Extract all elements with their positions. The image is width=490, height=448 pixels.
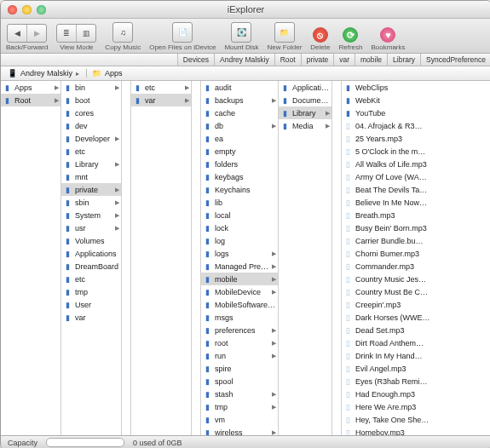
view-mode-buttons[interactable]: ≣ ▥ bbox=[56, 24, 96, 43]
refresh-button[interactable]: ⟳ bbox=[343, 27, 358, 43]
column-3b[interactable]: ▮audit▮backups▶▮cache▮db▶▮ea▮empty▮folde… bbox=[201, 81, 279, 435]
close-light[interactable] bbox=[8, 5, 17, 14]
folder-row[interactable]: ▮preferences▶ bbox=[201, 324, 278, 336]
folder-row[interactable]: ▮folders bbox=[201, 158, 278, 170]
folder-row[interactable]: ▮var bbox=[61, 311, 121, 324]
folder-row[interactable]: ▮Documents bbox=[279, 94, 331, 106]
file-row[interactable]: ▯Country Must Be C… bbox=[342, 285, 490, 298]
file-row[interactable]: ▯Had Enough.mp3 bbox=[342, 388, 490, 400]
folder-row[interactable]: ▮Volumes bbox=[61, 234, 121, 247]
folder-row[interactable]: ▮local bbox=[201, 209, 278, 221]
folder-row[interactable]: ▮MobileSoftwareUp… bbox=[201, 298, 278, 311]
breadcrumb-item[interactable]: SyncedPreference bbox=[420, 54, 490, 66]
folder-row[interactable]: ▮msgs bbox=[201, 311, 278, 324]
file-row[interactable]: ▯04. Afrojack & R3… bbox=[342, 119, 490, 132]
column-5[interactable]: ▮WebClips▮WebKit▮YouTube▯04. Afrojack & … bbox=[342, 81, 490, 435]
breadcrumb-item[interactable]: private bbox=[301, 54, 334, 66]
file-row[interactable]: ▯Breath.mp3 bbox=[342, 209, 490, 221]
folder-row[interactable]: ▮etc▶ bbox=[131, 81, 191, 94]
folder-row[interactable]: ▮private▶ bbox=[61, 183, 121, 196]
file-row[interactable]: ▯Dark Horses (WWE… bbox=[342, 311, 490, 324]
folder-row[interactable]: ▮boot bbox=[61, 94, 121, 106]
folder-row[interactable]: ▮audit bbox=[201, 81, 278, 94]
open-files-button[interactable]: 📄 bbox=[172, 22, 193, 43]
folder-row[interactable]: ▮DreamBoard bbox=[61, 260, 121, 273]
zoom-light[interactable] bbox=[37, 5, 46, 14]
new-folder-button[interactable]: 📁 bbox=[274, 22, 295, 43]
folder-row[interactable]: ▮log bbox=[201, 234, 278, 247]
minimize-light[interactable] bbox=[22, 5, 32, 14]
folder-row[interactable]: ▮cache bbox=[201, 106, 278, 119]
bookmarks-button[interactable]: ♥ bbox=[380, 27, 395, 43]
folder-row[interactable]: ▮tmp bbox=[61, 285, 121, 298]
folder-row[interactable]: ▮db▶ bbox=[201, 119, 278, 132]
folder-row[interactable]: ▮Root▶ bbox=[1, 94, 61, 106]
forward-button[interactable]: ▶ bbox=[27, 25, 46, 42]
folder-row[interactable]: ▮empty bbox=[201, 145, 278, 158]
column-view-button[interactable]: ▥ bbox=[77, 25, 95, 42]
file-row[interactable]: ▯Believe In Me Now… bbox=[342, 196, 490, 209]
file-row[interactable]: ▯Dirt Road Anthem… bbox=[342, 336, 490, 349]
file-row[interactable]: ▯Busy Bein' Born.mp3 bbox=[342, 221, 490, 234]
folder-row[interactable]: ▮Keychains bbox=[201, 183, 278, 196]
folder-row[interactable]: ▮logs▶ bbox=[201, 247, 278, 260]
file-row[interactable]: ▯25 Years.mp3 bbox=[342, 132, 490, 145]
delete-button[interactable]: ⦸ bbox=[313, 27, 328, 43]
folder-row[interactable]: ▮mobile▶ bbox=[201, 273, 278, 285]
file-row[interactable]: ▯Commander.mp3 bbox=[342, 260, 490, 273]
folder-row[interactable]: ▮usr▶ bbox=[61, 221, 121, 234]
folder-row[interactable]: ▮MobileDevice▶ bbox=[201, 285, 278, 298]
folder-row[interactable]: ▮YouTube bbox=[342, 106, 490, 119]
folder-row[interactable]: ▮wireless▶ bbox=[201, 426, 278, 435]
folder-row[interactable]: ▮lock bbox=[201, 221, 278, 234]
folder-row[interactable]: ▮etc bbox=[61, 145, 121, 158]
folder-row[interactable]: ▮lib bbox=[201, 196, 278, 209]
folder-row[interactable]: ▮stash▶ bbox=[201, 388, 278, 400]
folder-row[interactable]: ▮ea bbox=[201, 132, 278, 145]
folder-row[interactable]: ▮var▶ bbox=[131, 94, 191, 106]
breadcrumb-item[interactable]: Library bbox=[387, 54, 420, 66]
column-1[interactable]: ▮Apps▶▮Root▶ bbox=[1, 81, 61, 435]
breadcrumb-item[interactable]: Devices bbox=[177, 54, 214, 66]
device-sub-cell[interactable]: 📁 Apps bbox=[87, 69, 128, 78]
file-row[interactable]: ▯Dead Set.mp3 bbox=[342, 324, 490, 336]
folder-row[interactable]: ▮System▶ bbox=[61, 209, 121, 221]
device-name-cell[interactable]: 📱 Andrey Malskiy ▸ bbox=[1, 69, 87, 78]
folder-row[interactable]: ▮WebKit bbox=[342, 94, 490, 106]
column-3a[interactable]: ▮etc▶▮var▶ bbox=[131, 81, 192, 435]
folder-row[interactable]: ▮Library▶ bbox=[279, 106, 331, 119]
breadcrumb-item[interactable]: Andrey Malskiy bbox=[214, 54, 274, 66]
file-row[interactable]: ▯Homeboy.mp3 bbox=[342, 426, 490, 435]
folder-row[interactable]: ▮mnt bbox=[61, 170, 121, 183]
file-row[interactable]: ▯Creepin'.mp3 bbox=[342, 298, 490, 311]
back-forward-buttons[interactable]: ◀ ▶ bbox=[7, 24, 47, 43]
list-view-button[interactable]: ≣ bbox=[57, 25, 77, 42]
folder-row[interactable]: ▮Apps▶ bbox=[1, 81, 61, 94]
folder-row[interactable]: ▮vm bbox=[201, 413, 278, 426]
folder-row[interactable]: ▮spire bbox=[201, 362, 278, 375]
back-button[interactable]: ◀ bbox=[8, 25, 27, 42]
folder-row[interactable]: ▮tmp▶ bbox=[201, 400, 278, 413]
file-row[interactable]: ▯Chorni Bumer.mp3 bbox=[342, 247, 490, 260]
folder-row[interactable]: ▮backups▶ bbox=[201, 94, 278, 106]
folder-row[interactable]: ▮Applications bbox=[279, 81, 331, 94]
breadcrumb-item[interactable]: var bbox=[333, 54, 355, 66]
file-row[interactable]: ▯Beat The Devils Ta… bbox=[342, 183, 490, 196]
file-row[interactable]: ▯Eyes (R3hab Remi… bbox=[342, 375, 490, 388]
file-row[interactable]: ▯Here We Are.mp3 bbox=[342, 400, 490, 413]
folder-row[interactable]: ▮run▶ bbox=[201, 349, 278, 362]
folder-row[interactable]: ▮Managed Preferences▶ bbox=[201, 260, 278, 273]
folder-row[interactable]: ▮WebClips bbox=[342, 81, 490, 94]
file-row[interactable]: ▯Evil Angel.mp3 bbox=[342, 362, 490, 375]
folder-row[interactable]: ▮keybags bbox=[201, 170, 278, 183]
folder-row[interactable]: ▮bin▶ bbox=[61, 81, 121, 94]
file-row[interactable]: ▯Drink In My Hand… bbox=[342, 349, 490, 362]
folder-row[interactable]: ▮spool bbox=[201, 375, 278, 388]
folder-row[interactable]: ▮sbin▶ bbox=[61, 196, 121, 209]
folder-row[interactable]: ▮Applications bbox=[61, 247, 121, 260]
folder-row[interactable]: ▮etc bbox=[61, 273, 121, 285]
mount-disk-button[interactable]: 💽 bbox=[231, 22, 251, 43]
folder-row[interactable]: ▮User bbox=[61, 298, 121, 311]
folder-row[interactable]: ▮Media▶ bbox=[279, 119, 331, 132]
folder-row[interactable]: ▮dev bbox=[61, 119, 121, 132]
